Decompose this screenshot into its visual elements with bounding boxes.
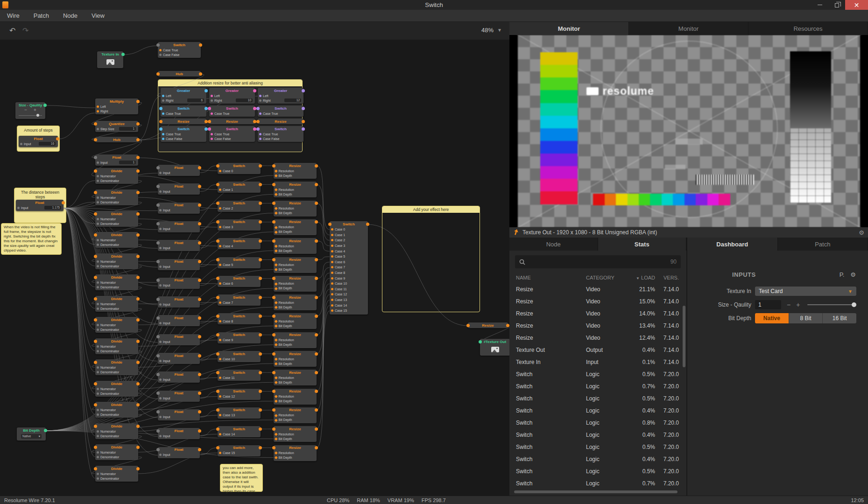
- input-port[interactable]: [216, 202, 219, 205]
- node-switch-m1[interactable]: SwitchCase 1: [218, 182, 261, 193]
- input-port[interactable]: [208, 107, 211, 110]
- output-port[interactable]: [253, 120, 256, 123]
- output-port[interactable]: [136, 382, 140, 385]
- input-port[interactable]: [94, 191, 97, 194]
- output-port[interactable]: [198, 448, 201, 451]
- input-port[interactable]: [272, 408, 275, 412]
- output-port[interactable]: [315, 202, 318, 205]
- node-float-m14[interactable]: FloatInput: [158, 428, 200, 439]
- stats-table-row[interactable]: SwitchLogic0.4%7.20.0: [509, 429, 686, 441]
- input-port[interactable]: [256, 127, 260, 131]
- node-texture-out[interactable]: # Texture Out: [480, 339, 509, 356]
- input-port[interactable]: [272, 277, 275, 280]
- minimize-button[interactable]: [812, 0, 828, 10]
- zoom-control[interactable]: 48% ▼: [481, 27, 502, 34]
- output-port[interactable]: [136, 467, 140, 470]
- node-divide-6[interactable]: DivideNumeratorDenominator: [95, 296, 138, 312]
- node-switch-m13[interactable]: SwitchCase 13: [218, 407, 261, 419]
- output-port[interactable]: [506, 324, 509, 327]
- output-port[interactable]: [315, 296, 318, 299]
- output-port[interactable]: [56, 137, 59, 140]
- output-port[interactable]: [136, 100, 140, 103]
- node-resize-m6[interactable]: ResizeResolutionBit Depth: [274, 276, 317, 292]
- output-port[interactable]: [136, 425, 140, 428]
- input-port[interactable]: [272, 164, 275, 168]
- output-port[interactable]: [198, 373, 201, 376]
- output-port[interactable]: [259, 277, 262, 280]
- output-port[interactable]: [259, 202, 262, 205]
- menu-node[interactable]: Node: [56, 12, 85, 19]
- node-bit-depth-node[interactable]: Bit DepthNative▾: [17, 427, 46, 441]
- output-port[interactable]: [198, 410, 201, 413]
- stats-table-row[interactable]: SwitchLogic0.5%7.20.0: [509, 441, 686, 453]
- input-port[interactable]: [94, 297, 97, 301]
- node-resize-m1[interactable]: ResizeResolutionBit Depth: [274, 182, 317, 197]
- input-port[interactable]: [94, 467, 97, 470]
- output-port[interactable]: [43, 104, 47, 107]
- node-resize-out[interactable]: Resize: [468, 322, 508, 328]
- horizontal-scrollbar[interactable]: [514, 490, 677, 493]
- input-port[interactable]: [216, 239, 219, 243]
- input-port[interactable]: [156, 448, 160, 451]
- input-port[interactable]: [272, 239, 275, 243]
- output-port[interactable]: [315, 446, 318, 449]
- size-quality-slider[interactable]: [807, 304, 856, 305]
- input-port[interactable]: [156, 279, 160, 282]
- output-port[interactable]: [198, 260, 201, 263]
- node-float-m10[interactable]: FloatInput: [158, 353, 200, 364]
- input-port[interactable]: [159, 120, 162, 123]
- input-port[interactable]: [156, 222, 160, 225]
- node-resize-m15[interactable]: ResizeResolutionBit Depth: [274, 445, 317, 461]
- node-float-m3[interactable]: FloatInput: [158, 221, 200, 232]
- node-switch-m2[interactable]: SwitchCase 2: [218, 201, 261, 212]
- node-switch-m6[interactable]: SwitchCase 6: [218, 276, 261, 287]
- node-float-m0[interactable]: FloatInput: [158, 165, 200, 176]
- output-port[interactable]: [198, 298, 201, 301]
- input-port[interactable]: [256, 120, 260, 123]
- stats-table-row[interactable]: SwitchLogic0.5%7.20.0: [509, 465, 686, 477]
- input-port[interactable]: [256, 107, 260, 110]
- output-port[interactable]: [205, 107, 208, 110]
- input-port[interactable]: [272, 202, 275, 205]
- input-port[interactable]: [272, 333, 275, 336]
- output-port[interactable]: [136, 361, 140, 364]
- output-port[interactable]: [198, 392, 201, 395]
- node-texture-in[interactable]: Texture In: [97, 51, 123, 68]
- bit-depth-8bit-button[interactable]: 8 Bit: [789, 313, 823, 323]
- node-float-m15[interactable]: FloatInput: [158, 447, 200, 458]
- output-port[interactable]: [259, 408, 262, 412]
- node-switch-m14[interactable]: SwitchCase 14: [218, 426, 261, 437]
- search-input[interactable]: [529, 259, 667, 265]
- node-float-amount[interactable]: FloatInput16: [19, 136, 58, 147]
- output-port[interactable]: [136, 233, 140, 237]
- output-port[interactable]: [259, 352, 262, 356]
- input-port[interactable]: [216, 164, 219, 168]
- output-port[interactable]: [315, 239, 318, 243]
- output-port[interactable]: [198, 279, 201, 282]
- input-port[interactable]: [94, 212, 97, 216]
- slider-knob[interactable]: [852, 302, 856, 307]
- input-port[interactable]: [94, 169, 97, 173]
- size-quality-input[interactable]: 1: [755, 300, 781, 309]
- node-hub-top[interactable]: Hub: [158, 71, 201, 77]
- node-switch-b-pink[interactable]: SwitchCase TrueCase False: [209, 126, 255, 142]
- output-port[interactable]: [302, 127, 305, 131]
- output-port[interactable]: [259, 258, 262, 261]
- pin-icon[interactable]: [513, 229, 519, 236]
- gear-icon[interactable]: ⚙: [850, 271, 856, 278]
- input-port[interactable]: [156, 241, 160, 245]
- node-resize-blue[interactable]: Resize: [161, 119, 206, 124]
- tab-monitor-2[interactable]: Monitor: [629, 22, 748, 35]
- output-port[interactable]: [315, 352, 318, 356]
- output-port[interactable]: [259, 427, 262, 431]
- node-float-m9[interactable]: FloatInput: [158, 334, 200, 345]
- output-port[interactable]: [198, 241, 201, 245]
- output-port[interactable]: [199, 72, 202, 76]
- node-divide-3[interactable]: DivideNumeratorDenominator: [95, 232, 138, 248]
- node-divide-0[interactable]: DivideNumeratorDenominator: [95, 168, 138, 184]
- output-port[interactable]: [259, 371, 262, 374]
- tab-node[interactable]: Node: [509, 238, 598, 251]
- input-port[interactable]: [156, 354, 160, 357]
- maximize-button[interactable]: [828, 0, 845, 10]
- output-port[interactable]: [198, 166, 201, 169]
